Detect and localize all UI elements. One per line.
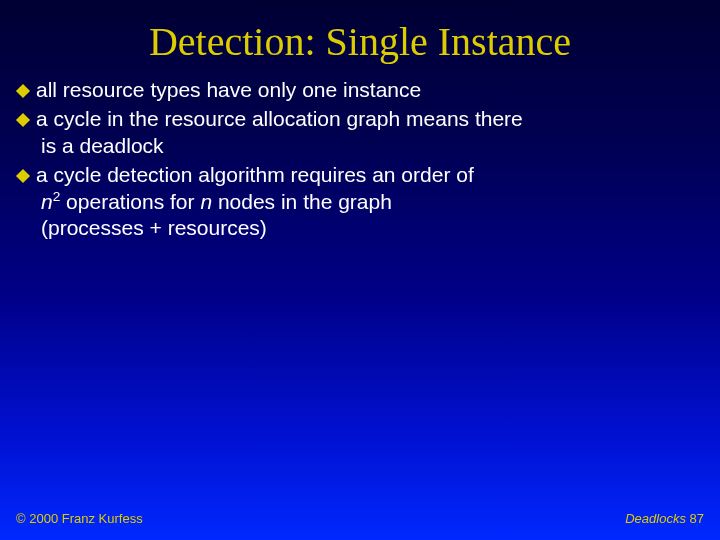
slide-title: Detection: Single Instance xyxy=(0,0,720,77)
var-n: n xyxy=(200,190,212,213)
bullet-text: a cycle in the resource allocation graph… xyxy=(36,107,523,130)
slide-body: all resource types have only one instanc… xyxy=(0,77,720,242)
var-n: n xyxy=(41,190,53,213)
diamond-bullet-icon xyxy=(16,169,30,183)
bullet-text-cont: is a deadlock xyxy=(14,133,702,160)
footer-section: Deadlocks xyxy=(625,511,689,526)
footer-copyright: © 2000 Franz Kurfess xyxy=(16,511,143,526)
diamond-bullet-icon xyxy=(16,84,30,98)
footer-page: Deadlocks 87 xyxy=(625,511,704,526)
bullet-text-cont: n2 operations for n nodes in the graph xyxy=(14,189,702,216)
footer-page-number: 87 xyxy=(690,511,704,526)
bullet-text-frag: operations for xyxy=(60,190,200,213)
bullet-item: a cycle detection algorithm requires an … xyxy=(14,162,702,243)
slide: Detection: Single Instance all resource … xyxy=(0,0,720,540)
bullet-item: a cycle in the resource allocation graph… xyxy=(14,106,702,160)
bullet-item: all resource types have only one instanc… xyxy=(14,77,702,104)
bullet-text: all resource types have only one instanc… xyxy=(36,78,421,101)
bullet-text: a cycle detection algorithm requires an … xyxy=(36,163,474,186)
bullet-text-cont: (processes + resources) xyxy=(14,215,702,242)
diamond-bullet-icon xyxy=(16,113,30,127)
bullet-text-frag: nodes in the graph xyxy=(212,190,392,213)
